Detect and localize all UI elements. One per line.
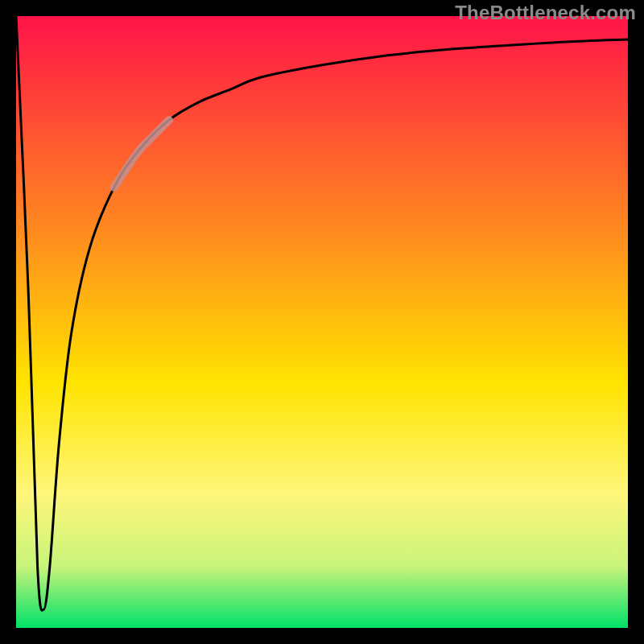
- watermark-label: TheBottleneck.com: [455, 2, 636, 24]
- bottleneck-curve-chart: [0, 0, 644, 644]
- plot-area: [16, 16, 628, 628]
